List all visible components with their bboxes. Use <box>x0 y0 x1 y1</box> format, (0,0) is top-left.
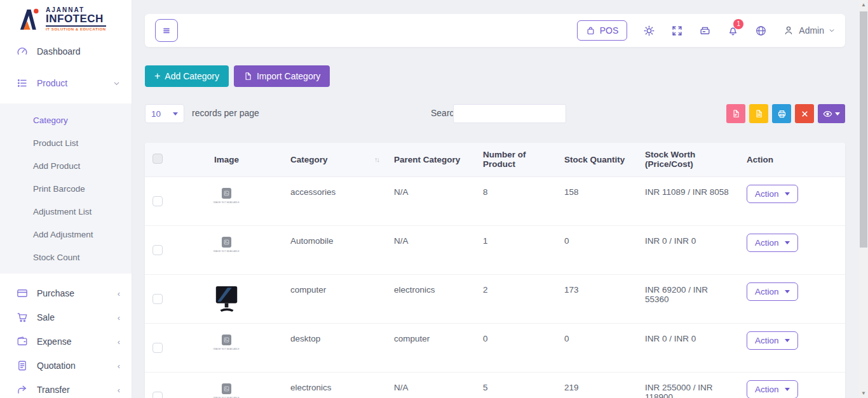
close-icon <box>801 110 809 118</box>
sort-icon: ↑↓ <box>374 156 379 163</box>
admin-label: Admin <box>799 25 824 36</box>
row-checkbox[interactable] <box>153 245 163 255</box>
parent-category-cell: electronics <box>386 274 475 323</box>
chevron-down-icon <box>785 241 790 244</box>
vertical-scrollbar[interactable]: ▲ ▼ <box>859 0 868 398</box>
column-header-label: Category <box>290 155 328 164</box>
scroll-up-arrow[interactable]: ▲ <box>859 0 868 10</box>
column-header-number-of-product[interactable]: Number of Product <box>475 143 557 176</box>
number-of-product-cell: 8 <box>475 176 557 225</box>
chevron-down-icon <box>173 112 178 116</box>
chevron-left-icon: ‹ <box>118 386 120 394</box>
submenu-item-add-adjustment[interactable]: Add Adjustment <box>0 223 132 246</box>
chevron-down-icon <box>785 290 790 293</box>
row-action-button[interactable]: Action <box>747 282 798 301</box>
category-table-body: IMAGE NOT AVAILABLE accessories <box>145 176 845 398</box>
plus-icon: + <box>154 71 160 81</box>
admin-user-menu[interactable]: Admin <box>783 25 835 36</box>
import-file-icon <box>243 72 252 81</box>
stock-worth-cell: INR 0 / INR 0 <box>637 323 739 372</box>
cart-icon <box>17 312 28 323</box>
language-globe-icon[interactable] <box>755 25 767 37</box>
brand-logo[interactable]: AJANNAT INFOTECH IT SOLUTION & EDUCATION <box>0 0 132 39</box>
submenu-item-stock-count[interactable]: Stock Count <box>0 246 132 269</box>
sidebar-item-quotation[interactable]: Quotation ‹ <box>0 354 132 378</box>
column-header-category[interactable]: Category ↑↓ <box>283 143 386 176</box>
category-cell: accessories <box>283 176 386 225</box>
pos-button[interactable]: POS <box>577 20 628 41</box>
sidebar-item-dashboard[interactable]: Dashboard <box>0 39 132 63</box>
stock-quantity-cell: 0 <box>557 323 637 372</box>
search-input[interactable] <box>453 104 566 123</box>
printer-icon <box>777 109 787 119</box>
chevron-left-icon: ‹ <box>118 314 120 322</box>
select-all-header <box>145 143 170 176</box>
sidebar-toggle-button[interactable] <box>155 19 178 42</box>
chevron-down-icon <box>113 80 120 87</box>
submenu-item-adjustment-list[interactable]: Adjustment List <box>0 200 132 223</box>
chevron-down-icon <box>835 112 840 116</box>
sidebar-item-transfer[interactable]: Transfer ‹ <box>0 378 132 398</box>
column-header-stock-quantity[interactable]: Stock Quantity <box>557 143 637 176</box>
category-cell: Automobile <box>283 225 386 274</box>
row-action-button[interactable]: Action <box>747 234 798 252</box>
chevron-down-icon <box>785 192 790 196</box>
column-header-stock-worth[interactable]: Stock Worth (Price/Cost) <box>637 143 739 176</box>
chevron-left-icon: ‹ <box>118 289 120 298</box>
brand-monogram-icon <box>17 6 42 32</box>
close-button[interactable] <box>795 104 814 123</box>
submenu-item-add-product[interactable]: Add Product <box>0 154 132 177</box>
theme-brightness-icon[interactable] <box>643 25 655 37</box>
stock-worth-cell: INR 11089 / INR 8058 <box>637 176 739 225</box>
sidebar-item-product[interactable]: Product <box>0 71 132 95</box>
export-excel-button[interactable] <box>749 104 768 123</box>
select-all-checkbox[interactable] <box>153 154 163 164</box>
column-header-image[interactable]: Image <box>170 143 283 176</box>
column-header-action: Action <box>739 143 845 176</box>
submenu-item-product-list[interactable]: Product List <box>0 131 132 154</box>
print-button[interactable] <box>772 104 791 123</box>
sidebar-item-label: Quotation <box>37 361 76 371</box>
row-checkbox[interactable] <box>153 343 163 353</box>
sidebar-item-sale[interactable]: Sale ‹ <box>0 305 132 329</box>
sidebar-item-label: Expense <box>37 336 71 347</box>
row-action-button[interactable]: Action <box>747 331 798 350</box>
row-checkbox[interactable] <box>153 294 163 304</box>
sidebar-item-purchase[interactable]: Purchase ‹ <box>0 281 132 305</box>
document-icon <box>17 360 28 371</box>
submenu-item-category[interactable]: Category <box>0 109 132 131</box>
stock-quantity-cell: 158 <box>557 176 637 225</box>
table-row: IMAGE NOT AVAILABLE Automobile <box>145 225 845 274</box>
row-checkbox[interactable] <box>153 392 163 398</box>
scroll-down-arrow[interactable]: ▼ <box>859 388 868 398</box>
stock-quantity-cell: 173 <box>557 274 637 323</box>
export-pdf-button[interactable] <box>726 104 745 123</box>
sidebar-item-label: Transfer <box>37 385 70 395</box>
credit-card-icon <box>17 288 28 299</box>
category-cell: desktop <box>283 323 386 372</box>
column-header-parent-category[interactable]: Parent Category <box>386 143 475 176</box>
cash-register-icon[interactable] <box>699 25 711 37</box>
sidebar-item-expense[interactable]: Expense ‹ <box>0 329 132 354</box>
notifications-bell-icon[interactable]: 1 <box>727 25 739 37</box>
add-category-button[interactable]: + Add Category <box>145 65 229 87</box>
records-per-page-select[interactable]: 10 <box>145 104 184 123</box>
row-checkbox[interactable] <box>153 196 163 206</box>
scrollbar-thumb[interactable] <box>860 11 867 248</box>
main-content: POS 1 Admin <box>132 0 859 398</box>
action-button-label: Action <box>755 238 779 248</box>
stock-worth-cell: INR 0 / INR 0 <box>637 225 739 274</box>
action-button-label: Action <box>755 336 779 345</box>
image-placeholder: IMAGE NOT AVAILABLE <box>205 188 247 205</box>
sidebar-item-label: Dashboard <box>37 46 81 56</box>
parent-category-cell: N/A <box>386 372 475 398</box>
gauge-icon <box>17 46 28 57</box>
row-action-button[interactable]: Action <box>747 380 798 398</box>
action-button-label: Action <box>755 287 779 296</box>
submenu-item-print-barcode[interactable]: Print Barcode <box>0 177 132 200</box>
column-visibility-button[interactable] <box>818 104 845 123</box>
fullscreen-icon[interactable] <box>671 25 683 37</box>
import-category-button[interactable]: Import Category <box>234 65 330 87</box>
stock-worth-cell: INR 255000 / INR 118900 <box>637 372 739 398</box>
row-action-button[interactable]: Action <box>747 185 798 203</box>
